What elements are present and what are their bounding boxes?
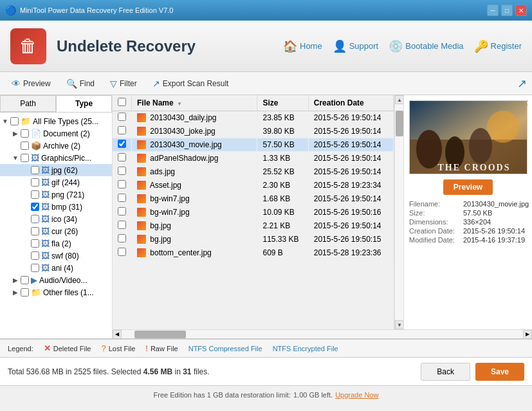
maximize-button[interactable]: □ (501, 5, 513, 16)
th-size[interactable]: Size (257, 95, 308, 111)
save-button[interactable]: Save (475, 363, 524, 381)
nav-bootable[interactable]: 💿 Bootable Media (389, 39, 463, 53)
toggle-all[interactable]: ▼ (1, 118, 9, 125)
tree-item-all[interactable]: ▼ 📁 All File Types (25... (0, 115, 112, 127)
scroll-up-arrow[interactable]: ▲ (395, 95, 404, 104)
tree-item-bmp[interactable]: 🖼 bmp (31) (0, 201, 112, 213)
horiz-scroll-track[interactable] (122, 330, 523, 339)
table-row[interactable]: bg-win7.jpg 1.68 KB 2015-5-26 19:50:14 (113, 192, 394, 206)
checkbox-cur[interactable] (31, 227, 39, 235)
checkbox-ani[interactable] (31, 264, 39, 272)
preview-button[interactable]: 👁 Preview (5, 76, 57, 91)
select-all-checkbox[interactable] (118, 98, 126, 106)
tree-item-document[interactable]: ▶ 📄 Document (2) (0, 127, 112, 140)
checkbox-fla[interactable] (31, 239, 39, 248)
tree-item-jpg[interactable]: 🖼 jpg (62) (0, 164, 112, 176)
row-checkbox[interactable] (118, 234, 126, 242)
checkbox-audio[interactable] (21, 276, 29, 284)
nav-support[interactable]: 👤 Support (333, 39, 379, 53)
export-button[interactable]: ↗ Export Scan Result (146, 76, 235, 91)
row-checkbox[interactable] (118, 153, 126, 161)
vertical-scrollbar[interactable]: ▲ ▼ (394, 95, 403, 329)
tree-item-other[interactable]: ▶ 📁 Other files (1... (0, 286, 112, 298)
checkbox-jpg[interactable] (31, 166, 39, 174)
table-row[interactable]: 20130430_movie.jpg 57.50 KB 2015-5-26 19… (113, 138, 394, 152)
tree-item-archive[interactable]: 📦 Archive (2) (0, 140, 112, 152)
row-checkbox[interactable] (118, 113, 126, 121)
tree-item-png[interactable]: 🖼 png (721) (0, 188, 112, 201)
filter-button[interactable]: ▽ Filter (104, 76, 143, 91)
th-date[interactable]: Creation Date (308, 95, 393, 111)
row-checkbox[interactable] (118, 167, 126, 175)
table-row[interactable]: bg.jpg 2.21 KB 2015-5-26 19:50:14 (113, 219, 394, 233)
row-checkbox[interactable] (118, 194, 126, 202)
row-checkbox[interactable] (118, 207, 126, 215)
scroll-thumb[interactable] (396, 111, 403, 136)
detail-row-filename: Filename: 20130430_movie.jpg (409, 200, 527, 208)
file-table-wrapper: File Name ▼ Size Creation Date (113, 95, 532, 329)
toggle-audio[interactable]: ▶ (12, 277, 19, 284)
horizontal-scrollbar[interactable]: ◀ ▶ (113, 329, 532, 338)
upgrade-link[interactable]: Upgrade Now (335, 391, 378, 399)
horiz-scroll-thumb[interactable] (134, 331, 186, 338)
checkbox-png[interactable] (31, 190, 39, 199)
row-checkbox[interactable] (118, 180, 126, 188)
tree-item-swf[interactable]: 🖼 swf (80) (0, 250, 112, 262)
tree-item-ico[interactable]: 🖼 ico (34) (0, 213, 112, 225)
row-checkbox[interactable] (118, 126, 126, 134)
table-row[interactable]: 20130430_joke.jpg 39.80 KB 2015-5-26 19:… (113, 125, 394, 138)
checkbox-all[interactable] (10, 117, 19, 125)
tree-item-gif[interactable]: 🖼 gif (244) (0, 176, 112, 188)
close-button[interactable]: ✕ (515, 5, 527, 16)
label-bmp: bmp (31) (51, 203, 82, 212)
tree-item-audio[interactable]: ▶ ▶ Audio/Video... (0, 274, 112, 286)
title-bar-left: 🔵 MiniTool Power Data Recovery Free Edit… (5, 5, 173, 15)
back-button[interactable]: Back (421, 363, 470, 381)
scroll-right-arrow[interactable]: ▶ (523, 330, 532, 339)
table-row[interactable]: bg-win7.jpg 10.09 KB 2015-5-26 19:50:16 (113, 206, 394, 219)
tab-type[interactable]: Type (56, 95, 112, 112)
tree-item-graphics[interactable]: ▼ 🖼 Graphics/Pic... (0, 152, 112, 164)
tree-item-ani[interactable]: 🖼 ani (4) (0, 262, 112, 274)
toggle-other[interactable]: ▶ (12, 289, 19, 297)
tree-item-cur[interactable]: 🖼 cur (26) (0, 225, 112, 237)
row-checkbox[interactable] (118, 221, 126, 229)
find-button[interactable]: 🔍 Find (60, 76, 101, 91)
table-row[interactable]: bottom_center.jpg 609 B 2015-5-28 19:23:… (113, 246, 394, 260)
filter-label: Filter (120, 79, 137, 88)
checkbox-ico[interactable] (31, 215, 39, 223)
table-row[interactable]: Asset.jpg 2.30 KB 2015-5-28 19:23:34 (113, 179, 394, 192)
checkbox-archive[interactable] (21, 142, 29, 150)
filename-text: Asset.jpg (150, 181, 181, 190)
toggle-graphics[interactable]: ▼ (12, 154, 19, 162)
tree-item-fla[interactable]: 🖼 fla (2) (0, 237, 112, 250)
row-checkbox[interactable] (118, 248, 126, 256)
table-row[interactable]: bg.jpg 115.33 KB 2015-5-26 19:50:15 (113, 233, 394, 246)
toggle-document[interactable]: ▶ (12, 130, 19, 138)
preview-action-button[interactable]: Preview (443, 179, 493, 195)
nav-register[interactable]: 🔑 Register (474, 39, 522, 53)
table-header: File Name ▼ Size Creation Date (113, 95, 394, 111)
checkbox-swf[interactable] (31, 251, 39, 260)
checkbox-other[interactable] (21, 288, 29, 297)
checkbox-document[interactable] (21, 129, 29, 138)
export-label: Export Scan Result (163, 79, 229, 88)
table-row[interactable]: 20130430_daily.jpg 23.85 KB 2015-5-26 19… (113, 111, 394, 125)
app-title: Undelete Recovery (57, 37, 273, 55)
tab-path[interactable]: Path (0, 95, 56, 112)
scroll-left-arrow[interactable]: ◀ (113, 330, 122, 339)
share-button[interactable]: ↗ (517, 77, 527, 91)
th-filename[interactable]: File Name ▼ (132, 95, 257, 111)
scroll-track[interactable] (395, 104, 403, 320)
nav-home[interactable]: 🏠 Home (283, 39, 322, 53)
scroll-down-arrow[interactable]: ▼ (395, 320, 404, 329)
row-size: 1.68 KB (257, 192, 308, 206)
checkbox-bmp[interactable] (31, 203, 39, 211)
th-date-label: Creation Date (314, 98, 364, 107)
minimize-button[interactable]: ─ (487, 5, 499, 16)
table-row[interactable]: ads.jpg 25.52 KB 2015-5-26 19:50:14 (113, 165, 394, 179)
table-row[interactable]: adPanelShadow.jpg 1.33 KB 2015-5-26 19:5… (113, 152, 394, 165)
checkbox-graphics[interactable] (21, 154, 29, 162)
row-checkbox[interactable] (118, 140, 126, 148)
checkbox-gif[interactable] (31, 178, 39, 187)
